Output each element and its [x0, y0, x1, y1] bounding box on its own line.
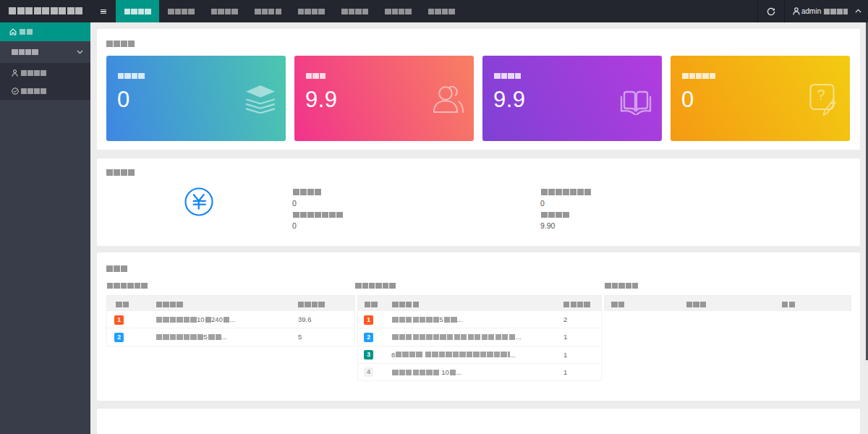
- svg-text:?: ?: [817, 87, 825, 103]
